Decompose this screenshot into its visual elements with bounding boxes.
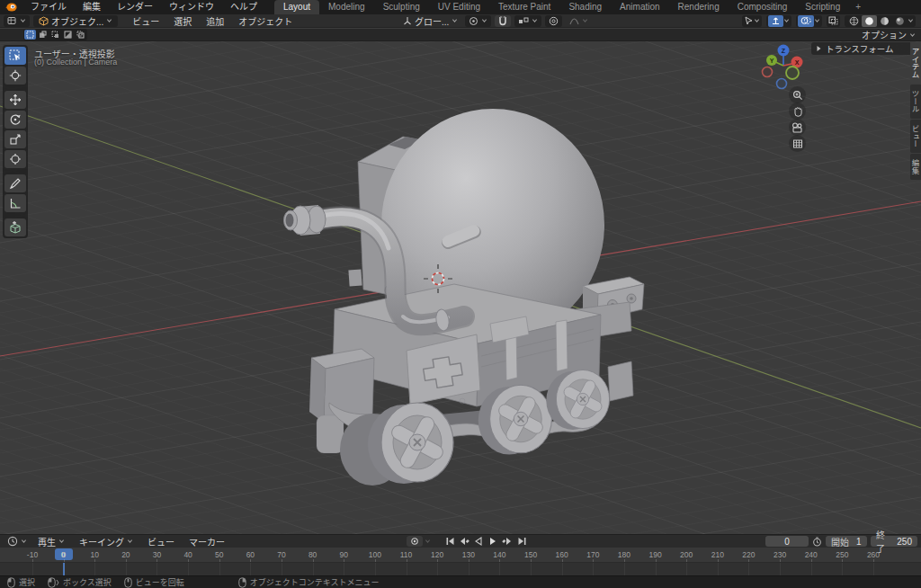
menu-view[interactable]: ビュー xyxy=(125,14,166,28)
proportional-editing-toggle[interactable] xyxy=(545,15,562,27)
sidebar-tab-edit[interactable]: 編集 xyxy=(910,154,921,180)
shading-material-button[interactable] xyxy=(877,15,892,27)
timeline-ruler[interactable]: 0 -1001020304050607080901001101201301401… xyxy=(0,548,921,562)
options-dropdown[interactable]: オプション xyxy=(862,28,916,41)
gizmos-toggle[interactable] xyxy=(768,15,783,27)
end-frame-field[interactable]: 終了 250 xyxy=(871,536,917,547)
pivot-point-dropdown[interactable] xyxy=(465,15,491,27)
sidebar-tab-view[interactable]: ビュー xyxy=(910,120,921,154)
xray-icon xyxy=(828,16,838,25)
menu-keying[interactable]: キーイング xyxy=(72,535,140,548)
menu-window[interactable]: ウィンドウ xyxy=(161,0,222,14)
status-box-select-label: ボックス選択 xyxy=(63,576,112,588)
workspace-tab-uv-editing[interactable]: UV Editing xyxy=(429,0,489,14)
track-tick-mark xyxy=(624,563,625,576)
menu-help[interactable]: ヘルプ xyxy=(222,0,265,14)
show-gizmos-dropdown[interactable] xyxy=(766,15,791,27)
prev-keyframe-button[interactable] xyxy=(458,536,470,547)
tool-rotate[interactable] xyxy=(4,111,26,129)
menu-timeline-view[interactable]: ビュー xyxy=(140,535,182,548)
gizmo-axis-x-neg[interactable] xyxy=(763,67,773,77)
sidebar-tab-item[interactable]: アイテム xyxy=(910,42,921,84)
tool-add-cube[interactable] xyxy=(4,218,26,236)
shading-wireframe-button[interactable] xyxy=(846,15,862,27)
tool-measure[interactable] xyxy=(4,194,26,212)
overlays-toggle[interactable] xyxy=(798,15,814,27)
menu-select[interactable]: 選択 xyxy=(166,14,199,28)
play-reverse-button[interactable] xyxy=(472,536,485,547)
viewport-3d[interactable]: Z Y X ユーザー・透視投影 (0) Collection | Camera xyxy=(0,41,921,534)
menu-edit[interactable]: 編集 xyxy=(75,0,109,14)
shading-rendered-button[interactable] xyxy=(892,15,908,27)
jump-to-start-button[interactable] xyxy=(443,536,456,547)
proportional-falloff-dropdown[interactable] xyxy=(566,15,592,27)
jump-to-end-button[interactable] xyxy=(515,536,528,547)
menu-marker[interactable]: マーカー xyxy=(182,535,232,548)
select-mode-set[interactable] xyxy=(24,30,36,40)
timeline-track[interactable] xyxy=(0,562,921,575)
auto-keyframe-toggle[interactable] xyxy=(407,536,423,547)
add-cube-icon xyxy=(9,221,22,234)
start-frame-field[interactable]: 開始 1 xyxy=(826,536,867,547)
ruler-tick-label: 30 xyxy=(153,550,161,559)
menu-file[interactable]: ファイル xyxy=(22,0,75,14)
zoom-view-button[interactable] xyxy=(789,86,806,103)
shading-solid-button[interactable] xyxy=(862,15,877,27)
pan-view-button[interactable] xyxy=(789,102,806,120)
tool-select-box[interactable] xyxy=(4,47,26,65)
select-mode-invert[interactable] xyxy=(62,30,74,40)
current-frame-field[interactable]: 0 xyxy=(765,536,809,547)
track-tick-mark xyxy=(780,563,781,576)
show-overlays-dropdown[interactable] xyxy=(796,15,822,27)
perspective-toggle-button[interactable] xyxy=(789,135,806,152)
menu-render[interactable]: レンダー xyxy=(109,0,161,14)
timeline-editor-dropdown[interactable] xyxy=(4,536,31,548)
menu-object[interactable]: オブジェクト xyxy=(231,14,300,28)
blender-logo[interactable] xyxy=(4,2,17,13)
sidebar-tab-tool[interactable]: ツール xyxy=(910,85,921,119)
workspace-tab-animation[interactable]: Animation xyxy=(611,0,668,14)
model-wheel-front[interactable] xyxy=(368,403,455,484)
select-mode-extend[interactable] xyxy=(37,30,49,40)
snap-toggle[interactable] xyxy=(495,15,511,27)
workspace-tab-shading[interactable]: Shading xyxy=(559,0,611,14)
tool-transform[interactable] xyxy=(4,150,26,168)
workspace-tab-rendering[interactable]: Rendering xyxy=(669,0,729,14)
menu-playback[interactable]: 再生 xyxy=(31,535,72,548)
gizmo-axis-z-neg[interactable] xyxy=(777,79,787,89)
tool-move[interactable] xyxy=(4,91,26,109)
status-context-menu-label: オブジェクトコンテキストメニュー xyxy=(250,576,380,588)
tool-annotate[interactable] xyxy=(4,174,26,192)
tool-scale[interactable] xyxy=(4,130,26,148)
mode-dropdown[interactable]: オブジェク... xyxy=(33,15,118,27)
select-mode-intersect[interactable] xyxy=(75,30,86,40)
workspace-tab-layout[interactable]: Layout xyxy=(274,0,319,14)
workspace-tab-sculpting[interactable]: Sculpting xyxy=(374,0,429,14)
ruler-tick-label: 250 xyxy=(836,550,848,559)
play-button[interactable] xyxy=(487,536,499,547)
select-mode-subtract[interactable] xyxy=(49,30,61,40)
object-visibility-dropdown[interactable] xyxy=(742,15,762,27)
tool-cursor[interactable] xyxy=(4,67,26,85)
transform-orientation-dropdown[interactable]: グロー... xyxy=(399,15,461,27)
menu-add[interactable]: 追加 xyxy=(199,14,231,28)
timeline-header: 再生 キーイング ビュー マーカー xyxy=(0,534,921,548)
workspace-tab-texture-paint[interactable]: Texture Paint xyxy=(489,0,559,14)
model-wheel-middle[interactable] xyxy=(478,385,553,454)
transform-panel-header[interactable]: トランスフォーム xyxy=(811,42,910,55)
workspace-tab-compositing[interactable]: Compositing xyxy=(729,0,797,14)
track-tick-mark xyxy=(437,563,438,576)
add-workspace-button[interactable]: + xyxy=(849,0,867,14)
xray-toggle[interactable] xyxy=(827,15,840,27)
workspace-tab-scripting[interactable]: Scripting xyxy=(796,0,849,14)
workspace-tab-modeling[interactable]: Modeling xyxy=(319,0,374,14)
model-wheel-rear[interactable] xyxy=(546,370,611,430)
keying-label: キーイング xyxy=(79,535,124,548)
ruler-tick-label: 210 xyxy=(711,550,724,559)
editor-type-dropdown[interactable] xyxy=(4,15,30,27)
next-keyframe-button[interactable] xyxy=(501,536,514,547)
camera-view-button[interactable] xyxy=(789,119,806,136)
viewport-canvas[interactable]: Z Y X xyxy=(0,41,921,534)
gizmo-axis-y-neg[interactable] xyxy=(786,67,799,79)
snap-target-dropdown[interactable] xyxy=(514,15,541,27)
